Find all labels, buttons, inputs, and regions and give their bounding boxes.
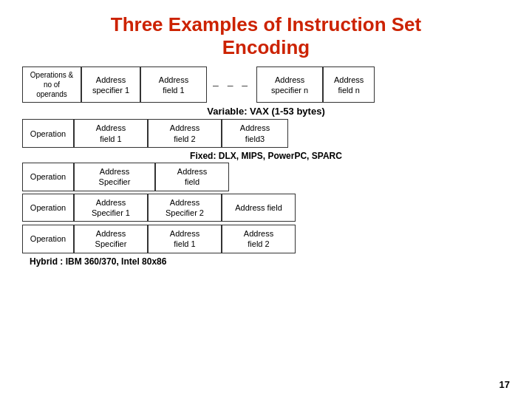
fixed-row1: Operation Address Specifier Address fiel… xyxy=(22,163,510,191)
fixed-sub-af3: Address field3 xyxy=(222,119,288,148)
hybrid-r3-spec: Address Specifier xyxy=(74,225,148,253)
variable-instruction-row: Operations & no of operands Address spec… xyxy=(22,66,510,103)
hybrid-section-label: Hybrid : IBM 360/370, Intel 80x86 xyxy=(30,256,510,267)
fixed-r2-spec1: Address Specifier 1 xyxy=(74,194,148,222)
addr-fieldn-cell: Address field n xyxy=(323,66,375,103)
fixed-sub-af1: Address field 1 xyxy=(74,119,148,148)
variable-section-label: Variable: VAX (1-53 bytes) xyxy=(22,106,510,117)
fixed-sub-row: Operation Address field 1 Address field … xyxy=(22,119,510,148)
ops-cell: Operations & no of operands xyxy=(22,66,81,103)
hybrid-r3-op: Operation xyxy=(22,225,74,253)
slide: Three Examples of Instruction Set Encodi… xyxy=(0,0,532,399)
fixed-r1-field: Address field xyxy=(155,163,229,191)
hybrid-row3: Operation Address Specifier Address fiel… xyxy=(22,225,510,253)
arrows: – – – xyxy=(207,66,256,103)
fixed-sub-af2: Address field 2 xyxy=(148,119,222,148)
fixed-r2-field: Address field xyxy=(222,194,296,222)
fixed-section-label: Fixed: DLX, MIPS, PowerPC, SPARC xyxy=(22,151,510,161)
fixed-row2: Operation Address Specifier 1 Address Sp… xyxy=(22,194,510,222)
fixed-r1-op: Operation xyxy=(22,163,74,191)
fixed-r2-op: Operation xyxy=(22,194,74,222)
page-number: 17 xyxy=(499,379,510,390)
addr-specn-cell: Address specifier n xyxy=(256,66,323,103)
fixed-r2-spec2: Address Specifier 2 xyxy=(148,194,222,222)
fixed-sub-op: Operation xyxy=(22,119,74,148)
addr-field1-cell: Address field 1 xyxy=(140,66,207,103)
hybrid-r3-af1: Address field 1 xyxy=(148,225,222,253)
addr-spec1-cell: Address specifier 1 xyxy=(81,66,140,103)
slide-title: Three Examples of Instruction Set Encodi… xyxy=(22,13,510,59)
hybrid-r3-af2: Address field 2 xyxy=(222,225,296,253)
fixed-r1-spec: Address Specifier xyxy=(74,163,155,191)
